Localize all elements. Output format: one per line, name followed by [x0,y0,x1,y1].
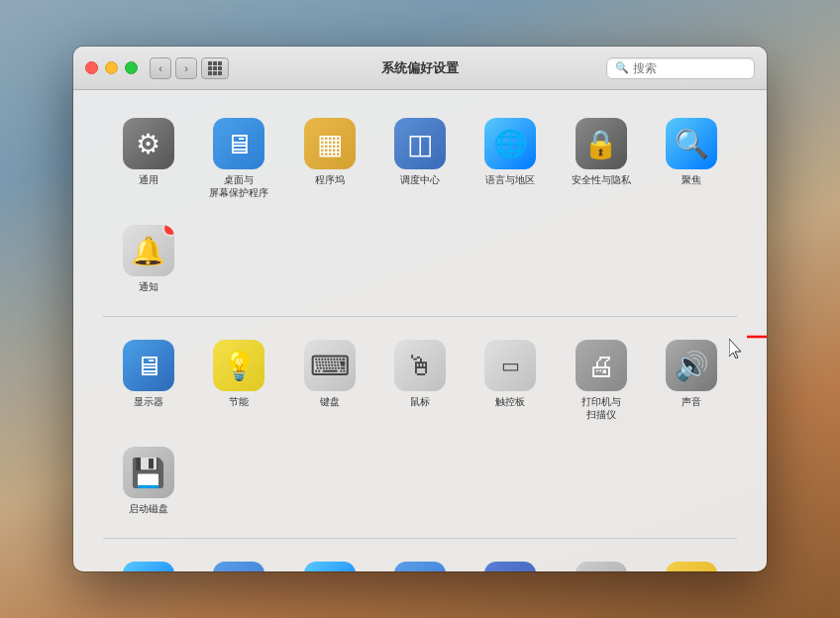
pref-label-notification: 通知 [139,280,158,293]
titlebar: ‹ › 系统偏好设置 🔍 [73,47,767,90]
pref-label-language: 语言与地区 [485,173,535,186]
pref-item-language[interactable]: 🌐语言与地区 [466,110,556,207]
pref-icon-notification: 🔔 [123,225,174,276]
pref-item-icloud[interactable]: ☁iCloud [103,554,193,571]
row-divider [103,538,737,539]
pref-item-energy[interactable]: 💡节能 [193,332,283,429]
pref-icon-startup: 💾 [123,447,174,498]
pref-icon-energy: 💡 [213,340,264,391]
minimize-button[interactable] [105,61,118,74]
pref-label-display: 显示器 [134,395,163,408]
pref-icon-display: 🖥 [123,340,174,391]
pref-label-desktop: 桌面与 屏幕保护程序 [209,173,268,199]
pref-item-network[interactable]: 🌐网络 [374,554,465,571]
pref-icon-bluetooth: ✦ [484,562,536,571]
pref-label-security: 安全性与隐私 [572,173,631,186]
search-icon: 🔍 [615,61,629,74]
grid-icon [208,61,222,75]
pref-icon-mouse: 🖱 [394,340,446,391]
search-input[interactable] [633,61,746,75]
pref-item-dock[interactable]: ▦程序坞 [284,110,374,207]
pref-label-dock: 程序坞 [315,173,345,186]
back-button[interactable]: ‹ [150,57,171,79]
pref-item-keyboard[interactable]: ⌨键盘 [284,332,374,429]
pref-item-notification[interactable]: 🔔通知 [103,217,193,301]
traffic-lights [85,61,138,74]
pref-item-startup[interactable]: 💾启动磁盘 [103,439,193,523]
pref-label-keyboard: 键盘 [320,395,340,408]
pref-item-appstore[interactable]: AApp Store [284,554,374,571]
pref-icon-icloud: ☁ [123,562,174,571]
pref-item-general[interactable]: ⚙通用 [103,110,193,207]
pref-icon-general: ⚙ [123,118,174,169]
desktop-background: ‹ › 系统偏好设置 🔍 ⚙通用🖥桌面与 屏幕保护程序▦程序坞◫调度中心🌐语言与… [0,0,840,618]
pref-icon-language: 🌐 [484,118,536,169]
pref-item-bluetooth[interactable]: ✦蓝牙 [466,554,556,571]
pref-icon-sound: 🔊 [666,340,717,391]
window-title: 系统偏好设置 [381,59,459,77]
pref-item-sound[interactable]: 🔊声音 [647,332,737,429]
pref-label-energy: 节能 [229,395,249,408]
pref-icon-trackpad: ▭ [484,340,536,391]
row-divider [103,316,737,317]
pref-item-spotlight[interactable]: 🔍聚焦 [647,110,737,207]
search-box[interactable]: 🔍 [606,57,755,79]
pref-item-sharing[interactable]: ✦共享 [647,554,737,571]
pref-item-mission[interactable]: ◫调度中心 [374,110,465,207]
pref-label-startup: 启动磁盘 [129,502,168,515]
grid-view-button[interactable] [201,57,229,79]
pref-icon-sharing: ✦ [666,562,717,571]
pref-icon-keyboard: ⌨ [304,340,356,391]
preferences-grid: ⚙通用🖥桌面与 屏幕保护程序▦程序坞◫调度中心🌐语言与地区🔒安全性与隐私🔍聚焦🔔… [73,90,767,571]
pref-icon-network: 🌐 [394,562,446,571]
pref-label-printer: 打印机与 扫描仪 [581,395,621,421]
pref-label-sound: 声音 [682,395,701,408]
pref-icon-extensions: ⊞ [576,562,627,571]
forward-button[interactable]: › [175,57,197,79]
pref-icon-mission: ◫ [394,118,446,169]
system-preferences-window: ‹ › 系统偏好设置 🔍 ⚙通用🖥桌面与 屏幕保护程序▦程序坞◫调度中心🌐语言与… [73,47,767,571]
pref-icon-spotlight: 🔍 [666,118,717,169]
pref-icon-appstore: A [304,562,356,571]
pref-item-display[interactable]: 🖥显示器 [103,332,193,429]
pref-item-desktop[interactable]: 🖥桌面与 屏幕保护程序 [193,110,283,207]
pref-icon-printer: 🖨 [576,340,627,391]
pref-icon-internet: @ [213,562,264,571]
pref-item-printer[interactable]: 🖨打印机与 扫描仪 [556,332,646,429]
pref-label-spotlight: 聚焦 [682,173,701,186]
pref-item-trackpad[interactable]: ▭触控板 [466,332,556,429]
pref-item-internet[interactable]: @互联网 帐户 [193,554,283,571]
maximize-button[interactable] [125,61,138,74]
pref-icon-desktop: 🖥 [213,118,264,169]
pref-label-general: 通用 [139,173,158,186]
pref-label-mission: 调度中心 [400,173,440,186]
nav-buttons: ‹ › [150,57,197,79]
close-button[interactable] [85,61,98,74]
notification-badge [162,225,174,237]
pref-icon-dock: ▦ [304,118,356,169]
pref-item-extensions[interactable]: ⊞扩展 [556,554,646,571]
pref-item-mouse[interactable]: 🖱鼠标 [374,332,465,429]
pref-label-mouse: 鼠标 [410,395,430,408]
pref-icon-security: 🔒 [576,118,627,169]
pref-label-trackpad: 触控板 [495,395,525,408]
pref-item-security[interactable]: 🔒安全性与隐私 [556,110,646,207]
